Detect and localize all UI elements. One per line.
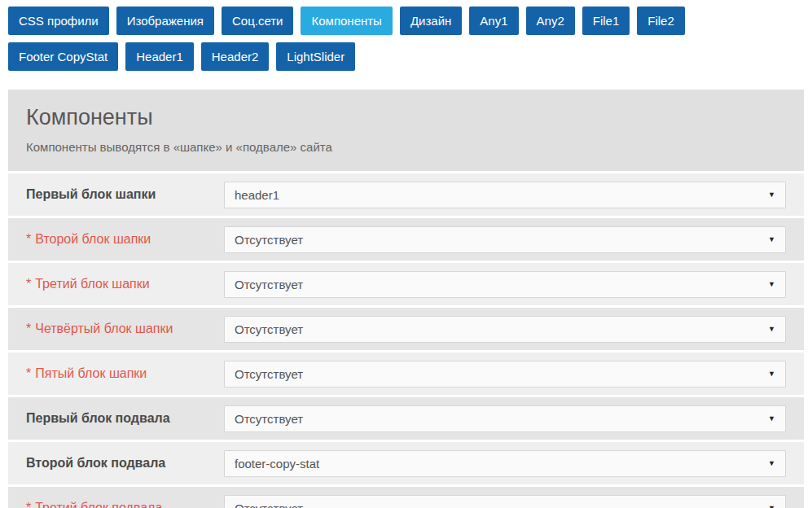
tab-images[interactable]: Изображения <box>116 7 214 35</box>
row-label: *Третий блок шапки <box>26 277 224 291</box>
chevron-down-icon: ▼ <box>768 414 775 423</box>
required-marker: * <box>26 501 31 508</box>
form-row-footer-block-3: *Третий блок подвала Отсутствует ▼ <box>8 487 804 508</box>
tab-lightslider[interactable]: LightSlider <box>276 42 355 71</box>
tab-label: Any2 <box>537 14 564 28</box>
select-value: Отсутствует <box>235 367 303 381</box>
tab-label: Компоненты <box>311 14 381 28</box>
tab-label: Any1 <box>480 14 507 28</box>
select-header-block-2[interactable]: Отсутствует ▼ <box>224 226 786 253</box>
chevron-down-icon: ▼ <box>768 504 775 508</box>
tab-file2[interactable]: File2 <box>637 7 685 35</box>
select-header-block-3[interactable]: Отсутствует ▼ <box>224 271 786 298</box>
select-value: header1 <box>235 188 279 202</box>
panel-header: Компоненты Компоненты выводятся в «шапке… <box>8 90 804 171</box>
required-marker: * <box>26 366 31 380</box>
tab-label: Дизайн <box>410 14 451 28</box>
row-label: *Третий блок подвала <box>26 501 224 508</box>
tab-social-networks[interactable]: Соц.сети <box>222 7 294 35</box>
select-value: Отсутствует <box>235 412 303 426</box>
tab-any1[interactable]: Any1 <box>469 7 518 35</box>
required-marker: * <box>26 232 31 246</box>
components-form: Первый блок шапки header1 ▼ *Второй блок… <box>8 173 804 508</box>
row-label: Первый блок подвала <box>26 411 224 426</box>
tab-bar: CSS профили Изображения Соц.сети Компоне… <box>0 0 812 78</box>
page-title: Компоненты <box>26 105 786 130</box>
chevron-down-icon: ▼ <box>768 190 775 199</box>
select-value: footer-copy-stat <box>235 457 319 471</box>
form-row-header-block-1: Первый блок шапки header1 ▼ <box>8 173 804 216</box>
tab-label: LightSlider <box>287 50 345 64</box>
chevron-down-icon: ▼ <box>768 235 775 243</box>
select-value: Отсутствует <box>235 233 303 247</box>
select-value: Отсутствует <box>235 322 303 336</box>
tab-label: Header2 <box>212 50 259 64</box>
tab-label: CSS профили <box>19 14 99 28</box>
row-label: *Четвёртый блок шапки <box>26 322 224 336</box>
form-row-footer-block-1: Первый блок подвала Отсутствует ▼ <box>8 397 804 440</box>
chevron-down-icon: ▼ <box>768 280 775 288</box>
select-value: Отсутствует <box>235 501 303 508</box>
tab-label: Header1 <box>136 50 183 64</box>
row-label-text: Четвёртый блок шапки <box>35 322 173 335</box>
tab-css-profiles[interactable]: CSS профили <box>8 7 109 35</box>
row-label: Второй блок подвала <box>26 456 224 471</box>
row-label-text: Первый блок шапки <box>26 187 156 201</box>
row-label-text: Третий блок подвала <box>35 501 162 508</box>
form-row-header-block-4: *Четвёртый блок шапки Отсутствует ▼ <box>8 308 804 350</box>
page-subtitle: Компоненты выводятся в «шапке» и «подвал… <box>26 140 786 154</box>
tab-label: File1 <box>593 14 620 28</box>
row-label-text: Первый блок подвала <box>26 411 170 425</box>
select-header-block-4[interactable]: Отсутствует ▼ <box>224 316 786 343</box>
tab-label: File2 <box>647 14 674 28</box>
select-value: Отсутствует <box>235 278 303 291</box>
required-marker: * <box>26 322 31 335</box>
tab-file1[interactable]: File1 <box>582 7 630 35</box>
select-header-block-5[interactable]: Отсутствует ▼ <box>224 361 786 388</box>
tab-any2[interactable]: Any2 <box>526 7 575 35</box>
form-row-footer-block-2: Второй блок подвала footer-copy-stat ▼ <box>8 442 804 484</box>
components-panel: Компоненты Компоненты выводятся в «шапке… <box>8 90 804 508</box>
row-label-text: Третий блок шапки <box>35 277 149 291</box>
select-footer-block-3[interactable]: Отсутствует ▼ <box>224 495 786 508</box>
select-footer-block-1[interactable]: Отсутствует ▼ <box>224 405 786 432</box>
tab-design[interactable]: Дизайн <box>400 7 462 35</box>
row-label-text: Второй блок подвала <box>26 456 165 470</box>
row-label: Первый блок шапки <box>26 187 224 202</box>
tab-footer-copystat[interactable]: Footer CopyStat <box>8 42 118 71</box>
required-marker: * <box>26 277 31 291</box>
tab-label: Изображения <box>127 14 204 28</box>
form-row-header-block-5: *Пятый блок шапки Отсутствует ▼ <box>8 353 804 395</box>
row-label: *Пятый блок шапки <box>26 366 224 381</box>
row-label-text: Пятый блок шапки <box>35 366 147 380</box>
chevron-down-icon: ▼ <box>768 459 775 467</box>
row-label: *Второй блок шапки <box>26 232 224 247</box>
row-label-text: Второй блок шапки <box>35 232 151 246</box>
chevron-down-icon: ▼ <box>768 370 775 378</box>
tab-header1[interactable]: Header1 <box>125 42 194 71</box>
form-row-header-block-3: *Третий блок шапки Отсутствует ▼ <box>8 263 804 305</box>
select-footer-block-2[interactable]: footer-copy-stat ▼ <box>224 450 786 477</box>
tab-header2[interactable]: Header2 <box>201 42 270 71</box>
form-row-header-block-2: *Второй блок шапки Отсутствует ▼ <box>8 218 804 261</box>
select-header-block-1[interactable]: header1 ▼ <box>224 182 786 208</box>
tab-label: Footer CopyStat <box>19 50 108 64</box>
tab-components[interactable]: Компоненты <box>301 7 392 35</box>
chevron-down-icon: ▼ <box>768 325 775 333</box>
tab-label: Соц.сети <box>232 14 283 28</box>
